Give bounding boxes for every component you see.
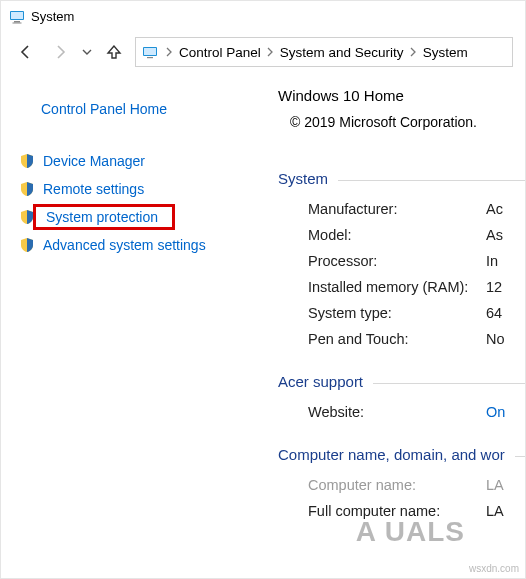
kv-system-type: System type:64 (308, 305, 525, 321)
chevron-right-icon (166, 47, 173, 57)
group-computer-name: Computer name, domain, and wor (278, 446, 525, 463)
svg-rect-5 (144, 48, 156, 55)
body: Control Panel Home Device Manager (1, 73, 525, 578)
kv-ram: Installed memory (RAM):12 (308, 279, 525, 295)
kv-website: Website:On (308, 404, 525, 420)
back-button[interactable] (13, 39, 39, 65)
breadcrumb-item[interactable]: System (423, 45, 468, 60)
breadcrumb-item[interactable]: Control Panel (179, 45, 261, 60)
shield-icon (19, 153, 35, 169)
svg-rect-3 (13, 23, 22, 24)
control-panel-home-link[interactable]: Control Panel Home (41, 101, 266, 117)
divider (338, 180, 525, 181)
address-bar[interactable]: Control Panel System and Security System (135, 37, 513, 67)
kv-model: Model:As (308, 227, 525, 243)
kv-pen-touch: Pen and Touch:No (308, 331, 525, 347)
titlebar: System (1, 1, 525, 31)
sidebar-item-label: System protection (46, 209, 158, 225)
forward-button[interactable] (47, 39, 73, 65)
sidebar-item-label: Remote settings (43, 181, 144, 197)
svg-rect-2 (14, 21, 20, 23)
group-title: Acer support (278, 373, 363, 390)
navbar: Control Panel System and Security System (1, 31, 525, 73)
highlight-box: System protection (33, 204, 175, 230)
content-pane: Windows 10 Home © 2019 Microsoft Corpora… (266, 73, 525, 578)
divider (373, 383, 525, 384)
svg-rect-1 (11, 12, 23, 19)
svg-rect-6 (147, 57, 153, 58)
windows-edition: Windows 10 Home (278, 87, 525, 104)
chevron-right-icon (267, 47, 274, 57)
sidebar-item-advanced-settings[interactable]: Advanced system settings (1, 231, 266, 259)
sidebar-item-label: Device Manager (43, 153, 145, 169)
system-icon (9, 8, 25, 24)
chevron-right-icon (410, 47, 417, 57)
kv-full-computer-name: Full computer name:LA (308, 503, 525, 519)
kv-computer-name: Computer name:LA (308, 477, 525, 493)
window-title: System (31, 9, 74, 24)
kv-manufacturer: Manufacturer:Ac (308, 201, 525, 217)
shield-icon (19, 237, 35, 253)
sidebar: Control Panel Home Device Manager (1, 73, 266, 578)
group-title: Computer name, domain, and wor (278, 446, 505, 463)
sidebar-item-device-manager[interactable]: Device Manager (1, 147, 266, 175)
sidebar-item-remote-settings[interactable]: Remote settings (1, 175, 266, 203)
system-window: System Control Panel (0, 0, 526, 579)
kv-processor: Processor:In (308, 253, 525, 269)
website-link[interactable]: On (486, 404, 505, 420)
group-support: Acer support (278, 373, 525, 390)
group-title: System (278, 170, 328, 187)
shield-icon (19, 181, 35, 197)
divider (515, 456, 525, 457)
up-button[interactable] (101, 39, 127, 65)
breadcrumb-item[interactable]: System and Security (280, 45, 404, 60)
history-dropdown[interactable] (81, 47, 93, 57)
sidebar-item-system-protection[interactable]: System protection (1, 203, 266, 231)
sidebar-item-label: Advanced system settings (43, 237, 206, 253)
address-icon (142, 44, 160, 60)
group-system: System (278, 170, 525, 187)
copyright-text: © 2019 Microsoft Corporation. (290, 114, 525, 130)
